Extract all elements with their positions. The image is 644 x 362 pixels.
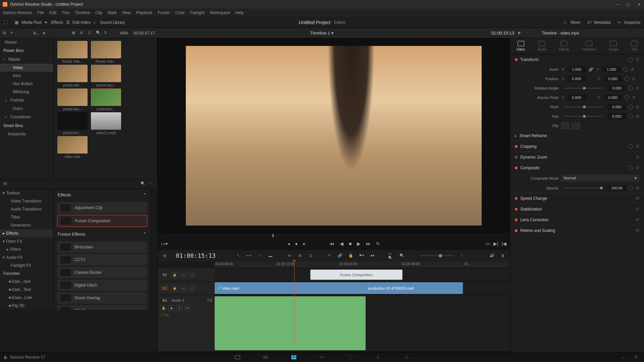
tl-view-options[interactable]: ▤ bbox=[162, 253, 168, 259]
bins-chevron[interactable]: ▾ bbox=[11, 31, 16, 36]
inspector-tab-image[interactable]: Image bbox=[609, 41, 619, 51]
pitch-reset[interactable]: ↺ bbox=[636, 105, 639, 110]
track-head-v2[interactable]: V2 🔒 ▭ ◻ bbox=[158, 268, 215, 281]
fav-item[interactable]: ★ Dark...Text bbox=[0, 286, 53, 294]
fx-openfx[interactable]: ▾Open FX bbox=[0, 237, 53, 245]
inspector-tab-effects[interactable]: Effects bbox=[559, 41, 569, 51]
media-thumb[interactable]: production... bbox=[56, 112, 89, 135]
track-name-v1[interactable]: V1 bbox=[160, 286, 169, 291]
fx-search-icon[interactable]: 🔍 bbox=[141, 181, 146, 187]
fx-dslr[interactable]: DSLR bbox=[57, 305, 147, 310]
inspector-tab-transition[interactable]: Transition bbox=[582, 41, 596, 51]
prev-edit-icon[interactable]: ◂ bbox=[287, 241, 290, 246]
fx-drone-overlay[interactable]: Drone Overlay bbox=[57, 292, 147, 304]
clip-video2[interactable]: production ID 4763035.mp4 bbox=[366, 282, 463, 294]
opacity-slider[interactable] bbox=[564, 188, 602, 188]
bin-power-master[interactable]: Master bbox=[0, 55, 53, 64]
next-clip-icon[interactable]: ▶| bbox=[493, 241, 498, 246]
menu-playback[interactable]: Playback bbox=[136, 10, 152, 15]
inspector-tab-video[interactable]: Video bbox=[517, 41, 525, 51]
flag-icon[interactable]: ⚑▾ bbox=[359, 253, 365, 259]
zoom-link-icon[interactable]: 🔗 bbox=[589, 67, 593, 72]
bins-view-icon[interactable]: ▤ bbox=[3, 31, 8, 36]
fx-colored-border[interactable]: Colored Border bbox=[57, 267, 147, 278]
fx-titles[interactable]: Titles bbox=[0, 213, 53, 221]
in-out-icon[interactable]: ▭▾ bbox=[161, 241, 168, 246]
mute-a1[interactable]: M bbox=[184, 305, 191, 311]
pos-x-input[interactable]: 0.000 bbox=[567, 76, 586, 82]
fx-filters[interactable]: ▸Filters bbox=[0, 245, 53, 253]
page-deliver[interactable] bbox=[402, 354, 411, 361]
opacity-input[interactable]: 100.00 bbox=[607, 185, 626, 191]
edit-index-toggle[interactable]: ☰Edit Index bbox=[66, 20, 91, 25]
inspector-tab-audio[interactable]: Audio bbox=[538, 41, 546, 51]
fav-item[interactable]: ★ Flip 3D bbox=[0, 302, 53, 310]
fx-fairlight[interactable]: Fairlight FX bbox=[0, 261, 53, 269]
menu-timeline[interactable]: Timeline bbox=[75, 10, 90, 15]
fx-menu-icon[interactable]: ⋯ bbox=[149, 181, 154, 187]
cropping-header[interactable]: Cropping↺ bbox=[510, 141, 644, 152]
search-timeline-icon[interactable]: ▭🔍 bbox=[388, 253, 394, 259]
timeline-name[interactable]: Timeline 1 bbox=[310, 31, 330, 36]
next-edit-icon[interactable]: ▸ bbox=[303, 241, 306, 246]
marker-icon[interactable]: ●▾ bbox=[369, 253, 375, 259]
blade-tool[interactable]: ▬ bbox=[267, 253, 273, 259]
track-lane-a1[interactable] bbox=[215, 295, 510, 352]
bin-abo-button[interactable]: Abo Button bbox=[0, 80, 53, 88]
fx-effects-node[interactable]: ▸Effects bbox=[0, 229, 53, 237]
yaw-reset[interactable]: ↺ bbox=[636, 114, 639, 119]
selection-tool[interactable]: ↖ bbox=[235, 253, 241, 259]
arm-a1[interactable]: ◉ bbox=[168, 305, 174, 311]
page-edit[interactable] bbox=[290, 354, 298, 361]
flip-h-button[interactable] bbox=[561, 123, 569, 129]
track-name-a1[interactable]: A1 bbox=[160, 298, 169, 303]
media-thumb[interactable]: video(1).mp4 bbox=[90, 112, 122, 135]
fx-digital-glitch[interactable]: Digital Glitch bbox=[57, 280, 147, 291]
media-thumb[interactable]: pexels-tary... bbox=[56, 88, 89, 111]
transform-header[interactable]: Transform↺ bbox=[510, 54, 644, 65]
insert-tool[interactable]: ⊕ bbox=[286, 253, 292, 259]
overwrite-tool[interactable]: ⊞ bbox=[297, 253, 303, 259]
list-view-icon[interactable]: ☰ bbox=[88, 31, 93, 36]
menu-help[interactable]: Help bbox=[235, 10, 244, 15]
fav-item[interactable]: ★ Draw...Line bbox=[0, 294, 53, 302]
anchor-reset[interactable]: ↺ bbox=[632, 95, 635, 100]
fav-item[interactable]: ★ Dark...hird bbox=[0, 278, 53, 286]
inspector-menu-icon[interactable]: ⋯ bbox=[636, 31, 641, 36]
menu-view[interactable]: View bbox=[122, 10, 131, 15]
lock-a1[interactable]: 🔒 bbox=[160, 305, 166, 311]
playhead[interactable] bbox=[294, 261, 294, 342]
track-lane-v1[interactable]: 🔗 video.mp4 production ID 4763035.mp4 bbox=[215, 282, 510, 295]
lock-v1[interactable]: 🔒 bbox=[171, 285, 177, 291]
meter-icon[interactable]: ▮ bbox=[500, 253, 506, 259]
track-name-v2[interactable]: V2 bbox=[160, 272, 169, 278]
yaw-slider[interactable] bbox=[564, 116, 602, 117]
menu-fairlight[interactable]: Fairlight bbox=[190, 10, 205, 15]
fx-cctv[interactable]: CCTV bbox=[57, 254, 147, 265]
fx-fusion-header[interactable]: Fusion Effects⌃ bbox=[54, 228, 151, 240]
rotation-keyframe[interactable] bbox=[628, 85, 634, 91]
zoom-out-icon[interactable]: − bbox=[410, 253, 416, 259]
trim-tool[interactable]: ⟷ bbox=[246, 253, 252, 259]
zoom-timeline-icon[interactable]: 🔍 bbox=[399, 253, 405, 259]
bin-werbung[interactable]: Werbung bbox=[0, 88, 53, 96]
nav-back[interactable]: ‹ bbox=[19, 31, 23, 35]
marker-magnet-icon[interactable]: ✎ bbox=[326, 253, 332, 259]
viewer[interactable] bbox=[158, 38, 510, 233]
pitch-slider[interactable] bbox=[564, 107, 602, 107]
bin-countdown[interactable]: Countdown bbox=[0, 113, 53, 121]
yaw-input[interactable]: 0.000 bbox=[607, 113, 626, 119]
zoom-in-icon[interactable]: + bbox=[459, 253, 465, 259]
effects-toggle[interactable]: ✦Effects bbox=[44, 20, 63, 25]
track-head-v1[interactable]: V1 🔒 ▭ ◻ bbox=[158, 282, 215, 295]
menu-fusion[interactable]: Fusion bbox=[158, 10, 170, 15]
minimize-button[interactable]: ─ bbox=[615, 2, 620, 7]
media-thumb[interactable]: Pexels Vide... bbox=[56, 41, 89, 63]
menu-davinci[interactable]: DaVinci Resolve bbox=[3, 10, 32, 15]
media-thumb[interactable]: production... bbox=[90, 88, 122, 111]
menu-dots-icon[interactable]: ⋯ bbox=[112, 31, 117, 36]
anchor-keyframe[interactable] bbox=[624, 95, 630, 101]
menu-color[interactable]: Color bbox=[175, 10, 185, 15]
fx-video-transitions[interactable]: Video Transitions bbox=[0, 197, 53, 205]
timeline-chevron[interactable]: ▾ bbox=[331, 31, 334, 36]
